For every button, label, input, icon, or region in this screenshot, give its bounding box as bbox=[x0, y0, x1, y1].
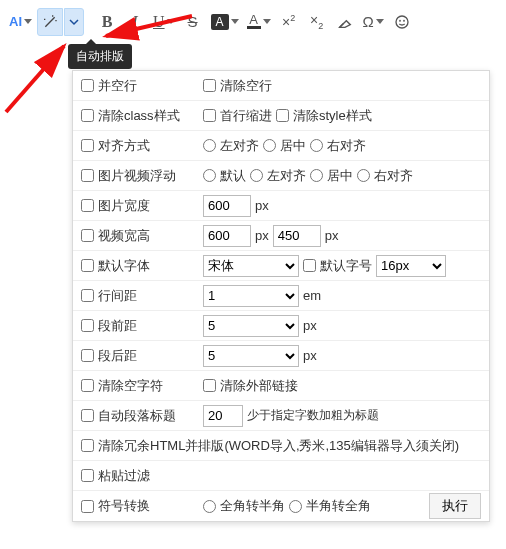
clear-class-option[interactable]: 清除class样式 bbox=[81, 107, 180, 125]
line-height-select[interactable]: 1 bbox=[203, 285, 299, 307]
char-convert-checkbox[interactable] bbox=[81, 500, 94, 513]
merge-blank-option[interactable]: 并空行 bbox=[81, 77, 137, 95]
size-select[interactable]: 16px bbox=[376, 255, 446, 277]
execute-button[interactable]: 执行 bbox=[429, 493, 481, 519]
align-right-radio[interactable] bbox=[310, 139, 323, 152]
clear-style-option[interactable]: 清除style样式 bbox=[276, 107, 372, 125]
first-indent-checkbox[interactable] bbox=[203, 109, 216, 122]
video-width-input[interactable] bbox=[203, 225, 251, 247]
float-center-radio[interactable] bbox=[310, 169, 323, 182]
para-before-checkbox[interactable] bbox=[81, 319, 94, 332]
auto-para-checkbox[interactable] bbox=[81, 409, 94, 422]
special-char-button[interactable]: Ω bbox=[360, 8, 387, 36]
bold-button[interactable]: B bbox=[94, 8, 120, 36]
video-height-input[interactable] bbox=[273, 225, 321, 247]
clear-ext-link-option[interactable]: 清除外部链接 bbox=[203, 377, 298, 395]
def-font-label: 默认字体 bbox=[98, 257, 150, 275]
clear-redundant-checkbox[interactable] bbox=[81, 439, 94, 452]
chevron-down-icon bbox=[167, 19, 175, 24]
img-width-option[interactable]: 图片宽度 bbox=[81, 197, 150, 215]
omega-icon: Ω bbox=[363, 13, 374, 30]
def-size-checkbox[interactable] bbox=[303, 259, 316, 272]
clear-empty-char-checkbox[interactable] bbox=[81, 379, 94, 392]
strikethrough-button[interactable]: S bbox=[180, 8, 206, 36]
half-to-full-option[interactable]: 半角转全角 bbox=[289, 497, 371, 515]
full-to-half-radio[interactable] bbox=[203, 500, 216, 513]
clear-style-checkbox[interactable] bbox=[276, 109, 289, 122]
char-convert-option[interactable]: 符号转换 bbox=[81, 497, 150, 515]
para-after-option[interactable]: 段后距 bbox=[81, 347, 137, 365]
para-before-select[interactable]: 5 bbox=[203, 315, 299, 337]
auto-typeset-button[interactable] bbox=[37, 8, 63, 36]
emoji-button[interactable] bbox=[389, 8, 415, 36]
superscript-button[interactable]: ×2 bbox=[276, 8, 302, 36]
clear-blank-checkbox[interactable] bbox=[203, 79, 216, 92]
underline-button[interactable]: U bbox=[150, 8, 178, 36]
auto-para-option[interactable]: 自动段落标题 bbox=[81, 407, 176, 425]
merge-blank-checkbox[interactable] bbox=[81, 79, 94, 92]
clear-redundant-option[interactable]: 清除冗余HTML并排版(WORD导入,秀米,135编辑器导入须关闭) bbox=[81, 437, 459, 455]
editor-toolbar: AI B I U S A A ×2 ×2 Ω bbox=[0, 0, 506, 44]
svg-line-3 bbox=[6, 46, 64, 112]
full-to-half-option[interactable]: 全角转半角 bbox=[203, 497, 285, 515]
float-default-option[interactable]: 默认 bbox=[203, 167, 246, 185]
align-center-option[interactable]: 居中 bbox=[263, 137, 306, 155]
smile-icon bbox=[394, 14, 410, 30]
align-right-option[interactable]: 右对齐 bbox=[310, 137, 366, 155]
align-option[interactable]: 对齐方式 bbox=[81, 137, 150, 155]
paste-filter-checkbox[interactable] bbox=[81, 469, 94, 482]
float-right-radio[interactable] bbox=[357, 169, 370, 182]
para-after-label: 段后距 bbox=[98, 347, 137, 365]
align-left-label: 左对齐 bbox=[220, 137, 259, 155]
half-to-full-radio[interactable] bbox=[289, 500, 302, 513]
align-checkbox[interactable] bbox=[81, 139, 94, 152]
def-font-option[interactable]: 默认字体 bbox=[81, 257, 150, 275]
auto-typeset-dropdown[interactable] bbox=[64, 8, 84, 36]
para-after-checkbox[interactable] bbox=[81, 349, 94, 362]
paste-filter-option[interactable]: 粘贴过滤 bbox=[81, 467, 150, 485]
subscript-button[interactable]: ×2 bbox=[304, 8, 330, 36]
clear-empty-char-option[interactable]: 清除空字符 bbox=[81, 377, 163, 395]
ai-button[interactable]: AI bbox=[6, 8, 35, 36]
media-float-option[interactable]: 图片视频浮动 bbox=[81, 167, 176, 185]
first-indent-label: 首行缩进 bbox=[220, 107, 272, 125]
float-right-option[interactable]: 右对齐 bbox=[357, 167, 413, 185]
row-media-float: 图片视频浮动 默认 左对齐 居中 右对齐 bbox=[73, 161, 489, 191]
float-left-option[interactable]: 左对齐 bbox=[250, 167, 306, 185]
para-after-select[interactable]: 5 bbox=[203, 345, 299, 367]
media-float-label: 图片视频浮动 bbox=[98, 167, 176, 185]
clear-format-button[interactable] bbox=[332, 8, 358, 36]
auto-para-input[interactable] bbox=[203, 405, 243, 427]
img-width-input[interactable] bbox=[203, 195, 251, 217]
para-before-option[interactable]: 段前距 bbox=[81, 317, 137, 335]
clear-blank-option[interactable]: 清除空行 bbox=[203, 77, 272, 95]
clear-class-label: 清除class样式 bbox=[98, 107, 180, 125]
line-height-checkbox[interactable] bbox=[81, 289, 94, 302]
align-center-radio[interactable] bbox=[263, 139, 276, 152]
img-width-checkbox[interactable] bbox=[81, 199, 94, 212]
video-wh-checkbox[interactable] bbox=[81, 229, 94, 242]
def-font-checkbox[interactable] bbox=[81, 259, 94, 272]
unit-em: em bbox=[303, 288, 321, 303]
row-align: 对齐方式 左对齐 居中 右对齐 bbox=[73, 131, 489, 161]
float-default-radio[interactable] bbox=[203, 169, 216, 182]
clear-ext-link-checkbox[interactable] bbox=[203, 379, 216, 392]
line-height-option[interactable]: 行间距 bbox=[81, 287, 137, 305]
first-indent-option[interactable]: 首行缩进 bbox=[203, 107, 272, 125]
float-center-option[interactable]: 居中 bbox=[310, 167, 353, 185]
align-left-option[interactable]: 左对齐 bbox=[203, 137, 259, 155]
italic-button[interactable]: I bbox=[122, 8, 148, 36]
def-size-option[interactable]: 默认字号 bbox=[303, 257, 372, 275]
float-left-radio[interactable] bbox=[250, 169, 263, 182]
font-color-button[interactable]: A bbox=[244, 8, 274, 36]
media-float-checkbox[interactable] bbox=[81, 169, 94, 182]
video-wh-option[interactable]: 视频宽高 bbox=[81, 227, 150, 245]
clear-ext-link-label: 清除外部链接 bbox=[220, 377, 298, 395]
row-video-wh: 视频宽高 px px bbox=[73, 221, 489, 251]
font-select[interactable]: 宋体 bbox=[203, 255, 299, 277]
background-color-button[interactable]: A bbox=[208, 8, 242, 36]
chevron-down-icon bbox=[376, 19, 384, 24]
align-left-radio[interactable] bbox=[203, 139, 216, 152]
clear-class-checkbox[interactable] bbox=[81, 109, 94, 122]
clear-redundant-label: 清除冗余HTML并排版(WORD导入,秀米,135编辑器导入须关闭) bbox=[98, 437, 459, 455]
